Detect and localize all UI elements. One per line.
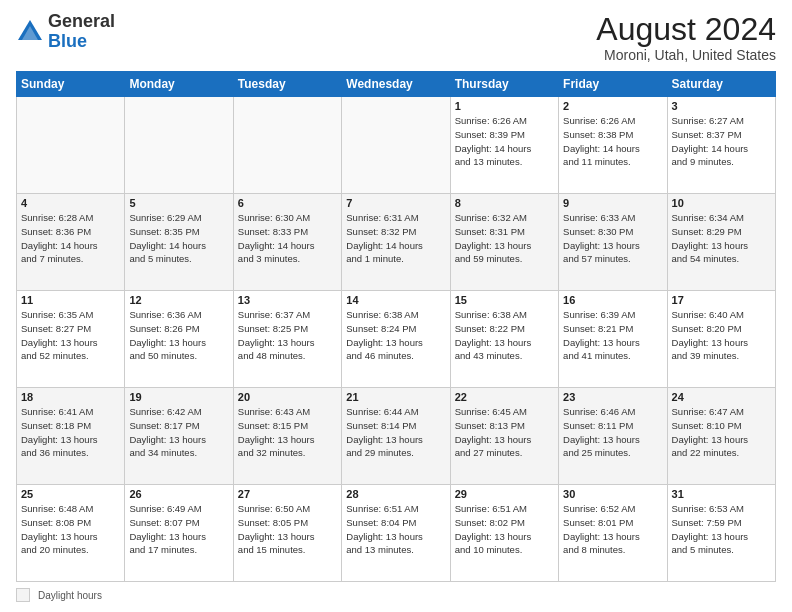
day-info: Sunrise: 6:41 AM Sunset: 8:18 PM Dayligh… [21, 405, 120, 460]
day-info: Sunrise: 6:52 AM Sunset: 8:01 PM Dayligh… [563, 502, 662, 557]
day-info: Sunrise: 6:26 AM Sunset: 8:38 PM Dayligh… [563, 114, 662, 169]
calendar-header-tuesday: Tuesday [233, 72, 341, 97]
table-row: 30Sunrise: 6:52 AM Sunset: 8:01 PM Dayli… [559, 485, 667, 582]
logo: General Blue [16, 12, 115, 52]
table-row [125, 97, 233, 194]
day-info: Sunrise: 6:40 AM Sunset: 8:20 PM Dayligh… [672, 308, 771, 363]
day-info: Sunrise: 6:37 AM Sunset: 8:25 PM Dayligh… [238, 308, 337, 363]
logo-icon [16, 18, 44, 46]
calendar-week-row: 11Sunrise: 6:35 AM Sunset: 8:27 PM Dayli… [17, 291, 776, 388]
day-info: Sunrise: 6:53 AM Sunset: 7:59 PM Dayligh… [672, 502, 771, 557]
day-number: 27 [238, 488, 337, 500]
day-info: Sunrise: 6:39 AM Sunset: 8:21 PM Dayligh… [563, 308, 662, 363]
table-row: 20Sunrise: 6:43 AM Sunset: 8:15 PM Dayli… [233, 388, 341, 485]
calendar-header-friday: Friday [559, 72, 667, 97]
table-row: 4Sunrise: 6:28 AM Sunset: 8:36 PM Daylig… [17, 194, 125, 291]
day-info: Sunrise: 6:51 AM Sunset: 8:04 PM Dayligh… [346, 502, 445, 557]
day-number: 26 [129, 488, 228, 500]
calendar-week-row: 1Sunrise: 6:26 AM Sunset: 8:39 PM Daylig… [17, 97, 776, 194]
day-info: Sunrise: 6:44 AM Sunset: 8:14 PM Dayligh… [346, 405, 445, 460]
day-number: 19 [129, 391, 228, 403]
table-row: 10Sunrise: 6:34 AM Sunset: 8:29 PM Dayli… [667, 194, 775, 291]
legend-box [16, 588, 30, 602]
logo-blue: Blue [48, 31, 87, 51]
table-row [233, 97, 341, 194]
day-number: 20 [238, 391, 337, 403]
day-number: 12 [129, 294, 228, 306]
table-row: 16Sunrise: 6:39 AM Sunset: 8:21 PM Dayli… [559, 291, 667, 388]
table-row: 14Sunrise: 6:38 AM Sunset: 8:24 PM Dayli… [342, 291, 450, 388]
footer: Daylight hours [16, 588, 776, 602]
table-row: 12Sunrise: 6:36 AM Sunset: 8:26 PM Dayli… [125, 291, 233, 388]
table-row: 25Sunrise: 6:48 AM Sunset: 8:08 PM Dayli… [17, 485, 125, 582]
table-row: 1Sunrise: 6:26 AM Sunset: 8:39 PM Daylig… [450, 97, 558, 194]
table-row: 17Sunrise: 6:40 AM Sunset: 8:20 PM Dayli… [667, 291, 775, 388]
calendar-header-monday: Monday [125, 72, 233, 97]
day-number: 25 [21, 488, 120, 500]
day-info: Sunrise: 6:42 AM Sunset: 8:17 PM Dayligh… [129, 405, 228, 460]
day-number: 1 [455, 100, 554, 112]
table-row: 11Sunrise: 6:35 AM Sunset: 8:27 PM Dayli… [17, 291, 125, 388]
table-row: 6Sunrise: 6:30 AM Sunset: 8:33 PM Daylig… [233, 194, 341, 291]
table-row: 22Sunrise: 6:45 AM Sunset: 8:13 PM Dayli… [450, 388, 558, 485]
day-number: 3 [672, 100, 771, 112]
table-row: 27Sunrise: 6:50 AM Sunset: 8:05 PM Dayli… [233, 485, 341, 582]
day-number: 18 [21, 391, 120, 403]
legend-label: Daylight hours [38, 590, 102, 601]
day-number: 7 [346, 197, 445, 209]
location: Moroni, Utah, United States [596, 47, 776, 63]
day-number: 16 [563, 294, 662, 306]
day-number: 17 [672, 294, 771, 306]
day-number: 30 [563, 488, 662, 500]
day-number: 5 [129, 197, 228, 209]
table-row: 9Sunrise: 6:33 AM Sunset: 8:30 PM Daylig… [559, 194, 667, 291]
day-info: Sunrise: 6:43 AM Sunset: 8:15 PM Dayligh… [238, 405, 337, 460]
day-info: Sunrise: 6:48 AM Sunset: 8:08 PM Dayligh… [21, 502, 120, 557]
logo-general: General [48, 11, 115, 31]
table-row [342, 97, 450, 194]
calendar-header-row: SundayMondayTuesdayWednesdayThursdayFrid… [17, 72, 776, 97]
calendar-week-row: 4Sunrise: 6:28 AM Sunset: 8:36 PM Daylig… [17, 194, 776, 291]
table-row: 5Sunrise: 6:29 AM Sunset: 8:35 PM Daylig… [125, 194, 233, 291]
day-info: Sunrise: 6:38 AM Sunset: 8:24 PM Dayligh… [346, 308, 445, 363]
table-row: 7Sunrise: 6:31 AM Sunset: 8:32 PM Daylig… [342, 194, 450, 291]
table-row: 31Sunrise: 6:53 AM Sunset: 7:59 PM Dayli… [667, 485, 775, 582]
day-info: Sunrise: 6:35 AM Sunset: 8:27 PM Dayligh… [21, 308, 120, 363]
table-row: 8Sunrise: 6:32 AM Sunset: 8:31 PM Daylig… [450, 194, 558, 291]
table-row: 18Sunrise: 6:41 AM Sunset: 8:18 PM Dayli… [17, 388, 125, 485]
day-info: Sunrise: 6:50 AM Sunset: 8:05 PM Dayligh… [238, 502, 337, 557]
day-info: Sunrise: 6:32 AM Sunset: 8:31 PM Dayligh… [455, 211, 554, 266]
day-number: 8 [455, 197, 554, 209]
table-row: 3Sunrise: 6:27 AM Sunset: 8:37 PM Daylig… [667, 97, 775, 194]
day-info: Sunrise: 6:30 AM Sunset: 8:33 PM Dayligh… [238, 211, 337, 266]
day-info: Sunrise: 6:38 AM Sunset: 8:22 PM Dayligh… [455, 308, 554, 363]
table-row: 13Sunrise: 6:37 AM Sunset: 8:25 PM Dayli… [233, 291, 341, 388]
day-info: Sunrise: 6:36 AM Sunset: 8:26 PM Dayligh… [129, 308, 228, 363]
day-info: Sunrise: 6:26 AM Sunset: 8:39 PM Dayligh… [455, 114, 554, 169]
calendar-header-thursday: Thursday [450, 72, 558, 97]
day-info: Sunrise: 6:46 AM Sunset: 8:11 PM Dayligh… [563, 405, 662, 460]
day-number: 31 [672, 488, 771, 500]
day-info: Sunrise: 6:28 AM Sunset: 8:36 PM Dayligh… [21, 211, 120, 266]
day-number: 11 [21, 294, 120, 306]
day-info: Sunrise: 6:47 AM Sunset: 8:10 PM Dayligh… [672, 405, 771, 460]
day-number: 2 [563, 100, 662, 112]
table-row: 29Sunrise: 6:51 AM Sunset: 8:02 PM Dayli… [450, 485, 558, 582]
calendar-header-saturday: Saturday [667, 72, 775, 97]
day-number: 23 [563, 391, 662, 403]
calendar-week-row: 25Sunrise: 6:48 AM Sunset: 8:08 PM Dayli… [17, 485, 776, 582]
table-row: 15Sunrise: 6:38 AM Sunset: 8:22 PM Dayli… [450, 291, 558, 388]
day-number: 10 [672, 197, 771, 209]
day-number: 29 [455, 488, 554, 500]
day-number: 24 [672, 391, 771, 403]
day-info: Sunrise: 6:34 AM Sunset: 8:29 PM Dayligh… [672, 211, 771, 266]
calendar-header-wednesday: Wednesday [342, 72, 450, 97]
day-number: 14 [346, 294, 445, 306]
day-info: Sunrise: 6:33 AM Sunset: 8:30 PM Dayligh… [563, 211, 662, 266]
day-info: Sunrise: 6:29 AM Sunset: 8:35 PM Dayligh… [129, 211, 228, 266]
header: General Blue August 2024 Moroni, Utah, U… [16, 12, 776, 63]
day-number: 4 [21, 197, 120, 209]
table-row [17, 97, 125, 194]
title-block: August 2024 Moroni, Utah, United States [596, 12, 776, 63]
calendar-week-row: 18Sunrise: 6:41 AM Sunset: 8:18 PM Dayli… [17, 388, 776, 485]
